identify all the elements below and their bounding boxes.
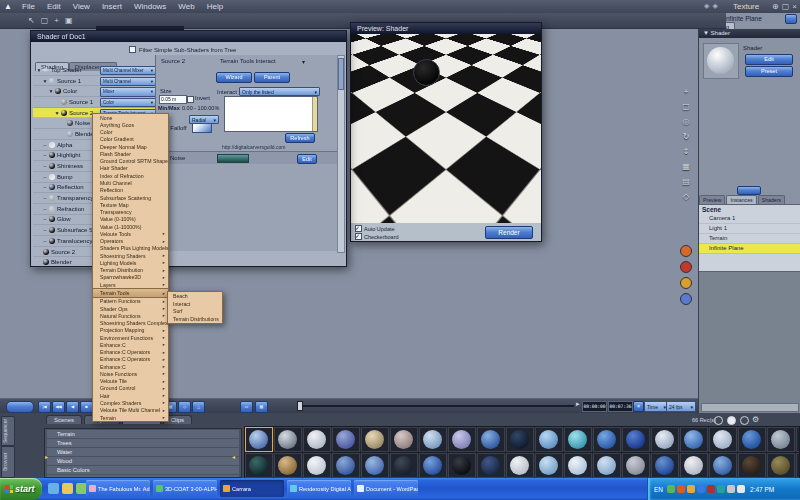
tree-expander-icon[interactable]: – bbox=[41, 142, 49, 148]
shader-thumbnail[interactable] bbox=[796, 453, 800, 478]
shader-thumbnail[interactable] bbox=[535, 427, 563, 452]
shader-thumbnail[interactable] bbox=[506, 427, 534, 452]
menu-bar-item[interactable]: File bbox=[16, 0, 41, 13]
transport-button[interactable]: ◀◀ bbox=[52, 401, 65, 413]
timeline-playhead[interactable] bbox=[297, 401, 303, 411]
shader-thumbnail[interactable] bbox=[738, 453, 766, 478]
falloff-gradient-swatch[interactable] bbox=[192, 123, 212, 133]
taskbar-task-button[interactable]: Renderosity Digital Ar... bbox=[287, 480, 351, 497]
category-scroll-left-icon[interactable]: ▸ bbox=[45, 453, 48, 460]
menu-bar-item[interactable]: Help bbox=[201, 0, 229, 13]
context-menu-item[interactable]: Transparency bbox=[93, 208, 168, 215]
dcg-website-link[interactable]: http://digitalcarversguild.com bbox=[222, 144, 285, 150]
menu-bar-item[interactable]: View bbox=[67, 0, 96, 13]
transport-option-button[interactable]: ▦ bbox=[255, 401, 268, 413]
parent-button[interactable]: Parent bbox=[254, 72, 290, 83]
shader-thumbnail[interactable] bbox=[709, 453, 737, 478]
taskbar-task-button[interactable]: 3D-COAT 3-00-ALPH... bbox=[153, 480, 217, 497]
context-menu-item[interactable]: Deeper Normal Map bbox=[93, 143, 168, 150]
shader-category-item[interactable]: Water bbox=[47, 448, 239, 456]
filter-subshaders-checkbox[interactable] bbox=[129, 46, 136, 53]
context-menu-item[interactable]: Terrain ▸ bbox=[93, 414, 168, 421]
instances-panel-tab[interactable]: Instances bbox=[726, 195, 756, 204]
shader-thumbnail[interactable] bbox=[361, 427, 389, 452]
tree-expander-icon[interactable]: ▼ bbox=[53, 110, 61, 116]
category-scroll-right-icon[interactable]: ◂ bbox=[232, 453, 235, 460]
toolbar-tool-icon[interactable]: ↖ bbox=[28, 16, 35, 25]
menu-bar-item[interactable]: Insert bbox=[96, 0, 128, 13]
shader-window-titlebar[interactable]: Shader of Doc1 bbox=[31, 31, 346, 42]
context-menu-item[interactable]: Noise Functions ▸ bbox=[93, 370, 168, 377]
transport-button[interactable]: ◀ bbox=[66, 401, 79, 413]
transport-option-button[interactable]: ▭ bbox=[240, 401, 253, 413]
preset-button[interactable]: Preset bbox=[745, 66, 793, 77]
tray-icon[interactable] bbox=[667, 485, 675, 493]
room-icons[interactable]: ◈◈ bbox=[704, 2, 721, 10]
checkerboard-checkbox[interactable] bbox=[355, 233, 362, 240]
panel-divider-button[interactable] bbox=[737, 186, 761, 195]
shader-tree-row[interactable]: ▼ Top Shader Multi Channel Mixer bbox=[33, 65, 155, 76]
scene-item[interactable]: Terrain bbox=[699, 234, 800, 244]
preview-window-titlebar[interactable]: Preview: Shader bbox=[351, 23, 541, 34]
submenu-item[interactable]: Terrain Distributions bbox=[168, 315, 222, 323]
auto-update-checkbox[interactable] bbox=[355, 225, 362, 232]
context-menu-item[interactable]: Multi Channel bbox=[93, 179, 168, 186]
toolbar-tool-icon[interactable]: ▢ bbox=[41, 16, 49, 25]
submenu-item[interactable]: Beach bbox=[168, 292, 222, 300]
tray-icon[interactable] bbox=[687, 485, 695, 493]
taskbar-task-button[interactable]: Carrara bbox=[220, 480, 284, 497]
view-tool-icon[interactable]: ◎ bbox=[679, 115, 693, 128]
shader-thumbnail[interactable] bbox=[535, 453, 563, 478]
tree-expander-icon[interactable]: – bbox=[41, 195, 49, 201]
tree-expander-icon[interactable]: – bbox=[41, 184, 49, 190]
render-button[interactable]: Render bbox=[485, 226, 533, 239]
context-menu-item[interactable]: Flash Shader bbox=[93, 150, 168, 157]
tree-expander-icon[interactable]: – bbox=[41, 206, 49, 212]
shader-thumbnail[interactable] bbox=[738, 427, 766, 452]
shader-thumbnail[interactable] bbox=[274, 453, 302, 478]
tray-icon[interactable] bbox=[697, 485, 705, 493]
shader-thumbnail-tile[interactable] bbox=[703, 43, 739, 79]
context-menu-item[interactable]: Layers ▸ bbox=[93, 281, 168, 288]
context-menu-item[interactable]: Shader Ops ▸ bbox=[93, 305, 168, 312]
submenu-item[interactable]: Interact bbox=[168, 300, 222, 308]
tree-expander-icon[interactable]: – bbox=[41, 174, 49, 180]
tree-expander-icon[interactable]: ▼ bbox=[47, 88, 55, 94]
context-menu-item[interactable]: Veloute Tile Multi Channel ▸ bbox=[93, 407, 168, 414]
timeline-scrubber[interactable] bbox=[298, 405, 574, 407]
noise-preview-swatch[interactable] bbox=[217, 154, 249, 163]
context-menu-item[interactable]: Operators ▸ bbox=[93, 238, 168, 245]
context-menu-item[interactable]: Lighting Models ▸ bbox=[93, 259, 168, 266]
tray-icon[interactable] bbox=[727, 485, 735, 493]
shader-thumbnail[interactable] bbox=[303, 453, 331, 478]
timeline-close-button[interactable]: × bbox=[633, 401, 644, 412]
edit-shader-button[interactable]: Edit bbox=[745, 54, 793, 65]
menu-bar-item[interactable]: Web bbox=[172, 0, 200, 13]
shader-thumbnail[interactable] bbox=[274, 427, 302, 452]
shader-category-item[interactable]: Trees bbox=[47, 439, 239, 447]
transport-mode-button[interactable] bbox=[6, 401, 34, 413]
menu-bar-item[interactable]: Edit bbox=[41, 0, 67, 13]
taskbar-task-button[interactable]: Document - WordPad bbox=[354, 480, 418, 497]
transport-button[interactable]: △ bbox=[192, 401, 205, 413]
context-menu-item[interactable]: Enhance:C Operators ▸ bbox=[93, 349, 168, 356]
context-menu-item[interactable]: Pattern Functions ▸ bbox=[93, 298, 168, 305]
context-menu-item[interactable]: Enhance:C Operators ▸ bbox=[93, 356, 168, 363]
context-menu-item[interactable]: Color bbox=[93, 129, 168, 136]
shader-thumbnail[interactable] bbox=[622, 453, 650, 478]
shader-thumbnail[interactable] bbox=[680, 453, 708, 478]
browser-tray-tab[interactable]: Browser bbox=[1, 446, 15, 478]
end-time-field[interactable]: 00:07:36 bbox=[608, 401, 633, 412]
shader-thumbnail[interactable] bbox=[390, 427, 418, 452]
context-menu-item[interactable]: Sparrowhawke3D ▸ bbox=[93, 274, 168, 281]
tree-expander-icon[interactable]: ▼ bbox=[41, 78, 49, 84]
context-menu-item[interactable]: Value (0-100%) bbox=[93, 216, 168, 223]
context-menu-item[interactable]: Projection Mapping ▸ bbox=[93, 327, 168, 334]
shader-thumbnail[interactable] bbox=[593, 453, 621, 478]
context-menu-item[interactable]: Subsurface Scattering bbox=[93, 194, 168, 201]
context-menu-item[interactable]: Veloute Tools ▸ bbox=[93, 230, 168, 237]
context-menu-item[interactable]: Ground Control ▸ bbox=[93, 385, 168, 392]
shader-category-item[interactable]: Terrain bbox=[47, 430, 239, 438]
tray-icon[interactable] bbox=[707, 485, 715, 493]
shader-thumbnail[interactable] bbox=[564, 427, 592, 452]
